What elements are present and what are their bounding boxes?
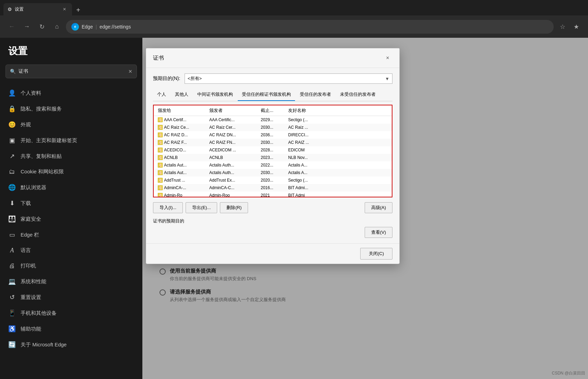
col-header-friendly-name: 友好名称	[287, 107, 389, 114]
sidebar-item-privacy[interactable]: 🔒 隐私、搜索和服务	[0, 101, 142, 117]
tab-icon: ⚙	[8, 7, 12, 12]
table-row[interactable]: 📜AC Raíz Ce... AC Raíz Cer... 2030... AC…	[154, 124, 392, 131]
cert-cell-issuer: ACEDICOM ...	[208, 147, 259, 153]
settings-tab[interactable]: ⚙ 设置 ✕	[3, 3, 72, 15]
sidebar-item-label-appearance: 外观	[21, 122, 31, 128]
cert-cell-issuer: AC RAIZ FN...	[208, 140, 259, 145]
sidebar-item-label-start: 开始、主页和新建标签页	[21, 137, 77, 144]
sidebar-item-label-reset: 重置设置	[21, 294, 41, 301]
nav-icons-right: ☆ ★	[556, 21, 583, 33]
search-icon: 🔍	[10, 69, 16, 74]
reset-icon: ↺	[8, 294, 16, 301]
sidebar-item-share[interactable]: ↗ 共享、复制和粘贴	[0, 148, 142, 164]
cert-cell-expires: 2036...	[259, 132, 287, 138]
sidebar-item-about[interactable]: 🔄 关于 Microsoft Edge	[0, 337, 142, 353]
tab-personal[interactable]: 个人	[153, 89, 170, 101]
sidebar-item-start[interactable]: ▣ 开始、主页和新建标签页	[0, 133, 142, 148]
cert-cell-expires: 2028...	[259, 147, 287, 153]
sidebar-item-default-browser[interactable]: 🌐 默认浏览器	[0, 180, 142, 195]
collections-button[interactable]: ★	[570, 21, 583, 33]
tab-label: 设置	[15, 6, 24, 12]
table-row[interactable]: 📜AdminCA-... AdminCA-C... 2016... BIT Ad…	[154, 184, 392, 192]
cert-cell-friendly: Sectigo (...	[287, 177, 389, 183]
cert-cell-expires: 2020...	[259, 177, 287, 183]
sidebar-item-cookies[interactable]: 🗂 Cookie 和网站权限	[0, 164, 142, 180]
table-row[interactable]: 📜AC RAIZ D... AC RAIZ DN... 2036... DIRE…	[154, 131, 392, 139]
sidebar-title: 设置	[0, 45, 142, 65]
table-row[interactable]: 📜Actalis Aut... Actalis Auth... 2030... …	[154, 169, 392, 176]
address-divider: |	[96, 24, 97, 30]
family-icon: 👨‍👩‍👧	[8, 215, 16, 223]
address-url: edge://settings	[99, 24, 131, 30]
cert-purpose-section: 证书的预期目的 查看(V)	[153, 218, 392, 238]
back-button[interactable]: ←	[5, 21, 18, 33]
cert-cell-issuer: ACNLB	[208, 155, 259, 160]
tab-trusted-root[interactable]: 受信任的根证书颁发机构	[238, 89, 295, 101]
chevron-down-icon: ▼	[385, 76, 389, 81]
advanced-button[interactable]: 高级(A)	[365, 202, 392, 213]
cert-icon: 📜	[158, 193, 163, 197]
sidebar-item-accessibility[interactable]: ♿ 辅助功能	[0, 321, 142, 337]
sidebar-item-appearance[interactable]: 😊 外观	[0, 117, 142, 133]
sidebar-item-label-profile: 个人资料	[21, 90, 41, 96]
sidebar-item-mobile[interactable]: 📱 手机和其他设备	[0, 305, 142, 321]
sidebar-item-label-cookies: Cookie 和网站权限	[21, 169, 64, 175]
accessibility-icon: ♿	[8, 325, 16, 333]
remove-button[interactable]: 删除(R)	[220, 202, 248, 213]
table-row[interactable]: 📜AC RAIZ F... AC RAIZ FN... 2030... AC R…	[154, 139, 392, 146]
sidebar-item-download[interactable]: ⬇ 下载	[0, 195, 142, 211]
cert-cell-issuer: Actalis Auth...	[208, 170, 259, 175]
close-dialog-button[interactable]: 关闭(C)	[360, 248, 392, 260]
sidebar-item-family[interactable]: 👨‍👩‍👧 家庭安全	[0, 211, 142, 227]
tab-intermediate[interactable]: 中间证书颁发机构	[193, 89, 237, 101]
table-row[interactable]: 📜AddTrust ... AddTrust Ex... 2020... Sec…	[154, 176, 392, 184]
col-header-issued-to: 颁发给	[156, 107, 208, 114]
sidebar-item-system[interactable]: 💻 系统和性能	[0, 274, 142, 289]
cert-icon: 📜	[158, 155, 163, 160]
address-bar[interactable]: e Edge | edge://settings	[66, 20, 554, 34]
printer-icon: 🖨	[8, 262, 16, 269]
tab-untrusted[interactable]: 未受信任的发布者	[336, 89, 380, 101]
certificate-dialog: 证书 × 预期目的(N): <所有> ▼ 个人 其他人 中间证书颁发机构	[146, 48, 400, 264]
cert-cell-issued-to: 📜Actalis Aut...	[156, 170, 208, 175]
cert-icon: 📜	[158, 140, 163, 145]
table-row[interactable]: 📜Admin-Ro Admin-Roo 2021 BIT Admi	[154, 192, 392, 197]
page-content: 使用当前服务提供商 你当前的服务提供商可能未提供安全的 DNS 请选择服务提供商…	[142, 38, 588, 379]
cert-cell-friendly: BIT Admi	[287, 193, 389, 197]
export-button[interactable]: 导出(E)...	[186, 202, 217, 213]
table-row[interactable]: 📜ACNLB ACNLB 2023... NLB Nov...	[154, 154, 392, 161]
favorites-button[interactable]: ☆	[556, 21, 569, 33]
view-button[interactable]: 查看(V)	[365, 227, 392, 238]
sidebar-item-reset[interactable]: ↺ 重置设置	[0, 289, 142, 305]
purpose-dropdown[interactable]: <所有> ▼	[185, 73, 392, 84]
sidebar-item-printer[interactable]: 🖨 打印机	[0, 258, 142, 274]
tab-trusted-publishers[interactable]: 受信任的发布者	[296, 89, 335, 101]
sidebar-item-profile[interactable]: 👤 个人资料	[0, 85, 142, 101]
cert-cell-expires: 2023...	[259, 155, 287, 160]
import-button[interactable]: 导入(I)...	[153, 202, 183, 213]
search-input[interactable]	[19, 69, 126, 74]
sidebar-item-label-edge-bar: Edge 栏	[21, 232, 39, 238]
sidebar-item-label-accessibility: 辅助功能	[21, 326, 41, 332]
home-button[interactable]: ⌂	[51, 21, 63, 33]
search-box[interactable]: 🔍 ✕	[5, 65, 137, 78]
cert-cell-issued-to: 📜AAA Certif...	[156, 117, 208, 123]
cert-purpose-view: 查看(V)	[153, 227, 392, 238]
table-row[interactable]: 📜ACEDICO... ACEDICOM ... 2028... EDICOM	[154, 146, 392, 154]
sidebar-item-label-system: 系统和性能	[21, 278, 46, 285]
dialog-footer: 关闭(C)	[146, 243, 399, 264]
forward-button[interactable]: →	[21, 21, 33, 33]
sidebar-item-language[interactable]: A 语言	[0, 243, 142, 258]
search-clear-button[interactable]: ✕	[128, 69, 132, 74]
cert-cell-friendly: NLB Nov...	[287, 155, 389, 160]
tab-others[interactable]: 其他人	[171, 89, 192, 101]
table-row[interactable]: 📜AAA Certif... AAA Certific... 2029... S…	[154, 116, 392, 124]
tab-close-button[interactable]: ✕	[61, 6, 68, 13]
dialog-close-button[interactable]: ×	[383, 53, 392, 63]
new-tab-button[interactable]: +	[73, 4, 84, 15]
sidebar-item-edge-bar[interactable]: ▭ Edge 栏	[0, 227, 142, 243]
table-row[interactable]: 📜Actalis Aut... Actalis Auth... 2022... …	[154, 161, 392, 169]
cert-cell-expires: 2029...	[259, 117, 287, 123]
refresh-button[interactable]: ↻	[36, 21, 48, 33]
cert-cell-issued-to: 📜AC RAIZ F...	[156, 140, 208, 145]
